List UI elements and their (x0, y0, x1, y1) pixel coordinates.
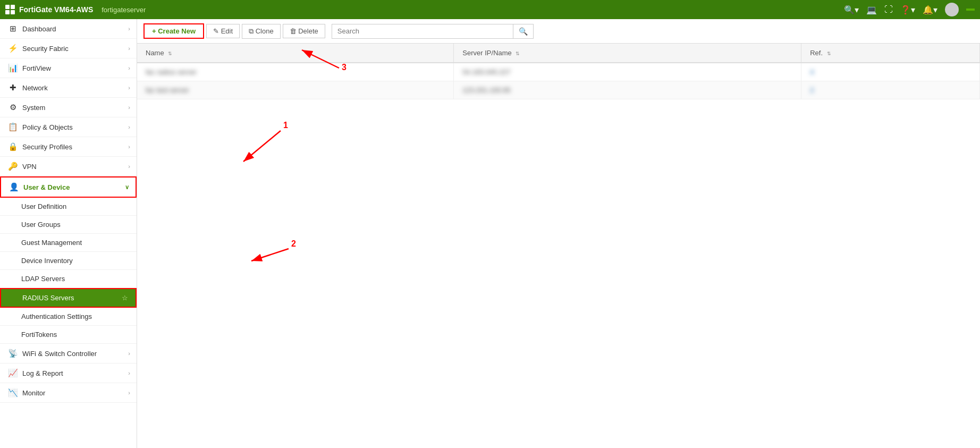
avatar[interactable] (945, 3, 959, 16)
user-label (966, 9, 975, 11)
col-ref[interactable]: Ref. ⇅ (801, 44, 980, 63)
sidebar-item-policy-objects[interactable]: 📋 Policy & Objects › (0, 117, 137, 137)
chevron-system: › (128, 104, 130, 111)
search-input[interactable] (332, 24, 513, 38)
submenu-radius-servers[interactable]: RADIUS Servers ☆ (0, 288, 137, 308)
submenu-label-auth-settings: Authentication Settings (21, 312, 92, 320)
sidebar-label-fortiview: FortiView (22, 64, 51, 72)
row2-ref: 2 (801, 81, 980, 99)
chevron-security-profiles: › (128, 143, 130, 150)
row2-ip-text: 123.201.100.95 (462, 86, 510, 94)
submenu-label-ldap-servers: LDAP Servers (21, 275, 65, 283)
delete-button[interactable]: 🗑 Delete (283, 24, 325, 38)
sidebar-item-fortiview[interactable]: 📊 FortiView › (0, 58, 137, 78)
search-icon[interactable]: 🔍▾ (844, 5, 859, 15)
submenu-label-radius-servers: RADIUS Servers (22, 294, 74, 302)
submenu-guest-management[interactable]: Guest Management (0, 234, 137, 252)
app-logo: FortiGate VM64-AWS fortigateserver (5, 5, 844, 14)
col-ref-label: Ref. (810, 49, 823, 57)
sidebar-item-network[interactable]: ✚ Network › (0, 78, 137, 98)
logo-grid-icon (5, 5, 15, 14)
monitor-icon: 📉 (7, 388, 18, 398)
row1-server-ip: 54.165.045.227 (454, 63, 801, 81)
submenu-authentication-settings[interactable]: Authentication Settings (0, 308, 137, 326)
row2-ref-link[interactable]: 2 (810, 86, 814, 94)
col-name[interactable]: Name ⇅ (137, 44, 454, 63)
sidebar-item-log-report[interactable]: 📈 Log & Report › (0, 364, 137, 383)
sidebar-item-user-device[interactable]: 👤 User & Device ∨ (0, 176, 137, 198)
bell-icon[interactable]: 🔔▾ (923, 5, 937, 15)
star-icon[interactable]: ☆ (122, 294, 128, 302)
sidebar-item-security-profiles[interactable]: 🔒 Security Profiles › (0, 137, 137, 157)
radius-servers-table: Name ⇅ Server IP/Name ⇅ Ref. ⇅ (137, 44, 980, 99)
submenu-label-guest-management: Guest Management (21, 239, 82, 247)
chevron-vpn: › (128, 163, 130, 170)
sidebar-item-dashboard[interactable]: ⊞ Dashboard › (0, 19, 137, 39)
chevron-security-fabric: › (128, 45, 130, 52)
chevron-dashboard: › (128, 26, 130, 32)
col-name-label: Name (146, 49, 164, 57)
chevron-network: › (128, 84, 130, 91)
chevron-fortiview: › (128, 65, 130, 71)
row2-name: fac test server (137, 81, 454, 99)
chevron-monitor: › (128, 390, 130, 396)
submenu-label-device-inventory: Device Inventory (21, 257, 73, 265)
sidebar-item-monitor[interactable]: 📉 Monitor › (0, 383, 137, 403)
submenu-user-groups[interactable]: User Groups (0, 216, 137, 234)
row2-server-ip: 123.201.100.95 (454, 81, 801, 99)
sidebar-label-network: Network (22, 84, 48, 92)
vpn-icon: 🔑 (7, 162, 18, 171)
sidebar-label-user-device: User & Device (23, 183, 70, 191)
topbar: FortiGate VM64-AWS fortigateserver 🔍▾ 💻 … (0, 0, 980, 19)
submenu-device-inventory[interactable]: Device Inventory (0, 252, 137, 270)
search-container: 🔍 (332, 24, 534, 39)
security-profiles-icon: 🔒 (7, 142, 18, 151)
toolbar: + Create New ✎ Edit ⧉ Clone 🗑 Delete 🔍 (137, 19, 980, 44)
sidebar-item-system[interactable]: ⚙ System › (0, 98, 137, 117)
sidebar-label-vpn: VPN (22, 163, 37, 171)
sidebar-label-log: Log & Report (22, 369, 63, 377)
sidebar-label-security-fabric: Security Fabric (22, 45, 69, 53)
sidebar-label-policy: Policy & Objects (22, 123, 73, 131)
terminal-icon[interactable]: 💻 (866, 5, 877, 15)
col-server-ip[interactable]: Server IP/Name ⇅ (454, 44, 801, 63)
fullscreen-icon[interactable]: ⛶ (884, 5, 893, 14)
main-layout: ⊞ Dashboard › ⚡ Security Fabric › 📊 Fort… (0, 19, 980, 448)
network-icon: ✚ (7, 83, 18, 92)
chevron-wifi: › (128, 350, 130, 357)
security-fabric-icon: ⚡ (7, 44, 18, 53)
row1-ip-text: 54.165.045.227 (462, 68, 510, 76)
edit-button[interactable]: ✎ Edit (206, 24, 240, 38)
table-row[interactable]: fac test server 123.201.100.95 2 (137, 81, 980, 99)
table-row[interactable]: fac radius server 54.165.045.227 4 (137, 63, 980, 81)
create-new-button[interactable]: + Create New (143, 23, 204, 39)
sidebar-item-security-fabric[interactable]: ⚡ Security Fabric › (0, 39, 137, 58)
sidebar-item-wifi[interactable]: 📡 WiFi & Switch Controller › (0, 344, 137, 364)
hostname: fortigateserver (102, 6, 146, 14)
submenu-label-fortitokens: FortiTokens (21, 331, 57, 339)
table-container: Name ⇅ Server IP/Name ⇅ Ref. ⇅ (137, 44, 980, 448)
row2-name-text: fac test server (146, 86, 189, 94)
table-header-row: Name ⇅ Server IP/Name ⇅ Ref. ⇅ (137, 44, 980, 63)
search-button[interactable]: 🔍 (513, 24, 533, 38)
sidebar-item-vpn[interactable]: 🔑 VPN › (0, 157, 137, 176)
chevron-user-device: ∨ (125, 184, 129, 191)
chevron-log: › (128, 370, 130, 376)
submenu-label-user-definition: User Definition (21, 202, 66, 210)
help-icon[interactable]: ❓▾ (900, 5, 915, 15)
sort-name-icon: ⇅ (168, 51, 172, 56)
app-name: FortiGate VM64-AWS (19, 5, 93, 14)
clone-button[interactable]: ⧉ Clone (242, 24, 281, 39)
sidebar: ⊞ Dashboard › ⚡ Security Fabric › 📊 Fort… (0, 19, 137, 448)
row1-ref-link[interactable]: 4 (810, 68, 814, 76)
submenu-user-definition[interactable]: User Definition (0, 198, 137, 216)
submenu-label-user-groups: User Groups (21, 221, 61, 229)
row1-ref: 4 (801, 63, 980, 81)
sidebar-label-monitor: Monitor (22, 389, 45, 397)
dashboard-icon: ⊞ (7, 24, 18, 33)
submenu-fortitokens[interactable]: FortiTokens (0, 326, 137, 344)
submenu-ldap-servers[interactable]: LDAP Servers (0, 270, 137, 288)
col-server-ip-label: Server IP/Name (462, 49, 511, 57)
sort-server-icon: ⇅ (516, 51, 520, 56)
sidebar-label-security-profiles: Security Profiles (22, 143, 72, 151)
